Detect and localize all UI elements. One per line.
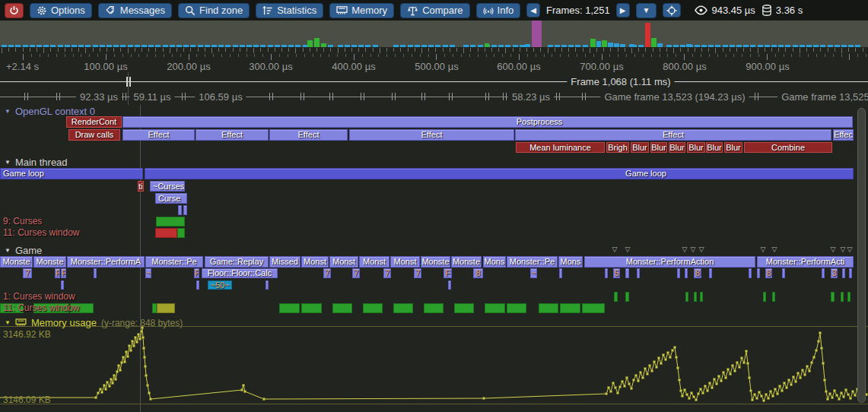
zone-bar[interactable]: Monst: [390, 256, 420, 268]
zone-bar[interactable]: Effect: [349, 129, 514, 141]
frame-time-bar[interactable]: [268, 45, 273, 47]
lock-bar[interactable]: [155, 228, 177, 238]
zone-bar[interactable]: [605, 268, 608, 278]
zone-bar[interactable]: [448, 280, 451, 290]
frame-time-bar[interactable]: [198, 45, 203, 47]
frame-time-bar[interactable]: [155, 45, 161, 47]
frame-time-bar[interactable]: [828, 45, 833, 47]
frame-time-bar[interactable]: [561, 45, 567, 47]
zone-bar[interactable]: Blur: [669, 142, 685, 153]
lock-bar[interactable]: [841, 292, 844, 302]
vertical-scrollbar-thumb[interactable]: [857, 108, 866, 403]
zone-bar[interactable]: ~Curses: [150, 181, 185, 192]
lock-bar[interactable]: [507, 303, 526, 313]
frame-time-bar[interactable]: [225, 45, 231, 47]
zone-bar[interactable]: Brigh: [606, 142, 629, 153]
zone-bar[interactable]: [265, 280, 269, 290]
zone-bar[interactable]: [849, 268, 852, 278]
frame-time-bar[interactable]: [50, 45, 56, 47]
frame-time-bar[interactable]: [183, 45, 189, 47]
zone-bar[interactable]: Game loop: [0, 168, 143, 179]
zone-bar[interactable]: Monster::Pe: [145, 256, 203, 268]
lock-bar[interactable]: [582, 303, 605, 313]
frame-time-bar[interactable]: [428, 45, 434, 47]
message-marker-icon[interactable]: ▽: [761, 246, 766, 253]
message-marker-icon[interactable]: ▽: [625, 246, 631, 253]
frame-time-bar[interactable]: [793, 45, 798, 47]
frame-time-bar[interactable]: [513, 45, 518, 47]
lock-bar[interactable]: [539, 303, 558, 313]
frame-time-bar[interactable]: [750, 45, 755, 47]
frame-time-bar[interactable]: [602, 40, 607, 47]
section-header-main-thread[interactable]: ▼ Main thread: [5, 157, 68, 168]
zone-bar[interactable]: [757, 268, 760, 278]
zone-bar[interactable]: [625, 268, 629, 278]
frame-time-bar[interactable]: [260, 45, 265, 47]
zone-bar[interactable]: Effect: [269, 129, 348, 141]
frame-time-bar[interactable]: [505, 45, 510, 47]
frame-time-bar[interactable]: [37, 45, 42, 47]
frame-time-bar[interactable]: [614, 43, 619, 47]
frame-time-bar[interactable]: [8, 45, 14, 47]
lock-bar[interactable]: [560, 303, 580, 313]
message-marker-icon[interactable]: ▽: [691, 246, 696, 253]
power-button[interactable]: [5, 3, 24, 18]
zone-bar[interactable]: Monst: [359, 256, 389, 268]
prev-frame-button[interactable]: ◀: [526, 3, 540, 17]
zone-bar[interactable]: [677, 268, 680, 278]
zone-bar[interactable]: Mean luminance: [516, 142, 605, 153]
zone-bar[interactable]: Monster::PerformA: [67, 256, 145, 268]
frame-time-bar[interactable]: [400, 45, 405, 47]
section-header-memory[interactable]: ▼ Memory usage (y-range: 848 bytes): [5, 317, 183, 328]
zone-bar[interactable]: [183, 205, 187, 215]
frame-time-bar[interactable]: [281, 45, 287, 47]
frame-time-bar[interactable]: [141, 45, 147, 47]
frame-time-bar[interactable]: [841, 45, 847, 47]
lock-bar[interactable]: [485, 303, 505, 313]
frame-time-bar[interactable]: [351, 45, 357, 47]
lock-bar[interactable]: [763, 292, 766, 302]
zone-bar[interactable]: RenderCont: [66, 116, 122, 128]
frame-time-bar[interactable]: [820, 45, 825, 47]
frame-time-bar[interactable]: [65, 45, 70, 47]
frame-time-bar[interactable]: [443, 45, 448, 47]
frame-time-bar[interactable]: [520, 45, 525, 47]
frame-time-bar[interactable]: [345, 45, 350, 47]
message-marker-icon[interactable]: ▽: [847, 246, 853, 253]
zone-bar[interactable]: 8: [765, 268, 772, 278]
message-marker-icon[interactable]: ▽: [841, 246, 846, 253]
frame-time-bar[interactable]: [321, 43, 326, 47]
frame-time-bar[interactable]: [275, 45, 280, 47]
frame-time-bar[interactable]: [211, 45, 217, 47]
frame-time-bar[interactable]: [701, 45, 707, 47]
frame-time-bar[interactable]: [708, 45, 714, 47]
zone-bar[interactable]: ~50~: [208, 280, 232, 290]
frame-time-bar[interactable]: [666, 45, 672, 47]
lock-bar[interactable]: [332, 303, 352, 313]
frame-time-bar[interactable]: [638, 45, 644, 47]
lock-bar[interactable]: [424, 303, 444, 313]
frame-time-bar[interactable]: [240, 45, 245, 47]
lock-bar[interactable]: [156, 217, 185, 227]
lock-bar[interactable]: [685, 292, 688, 302]
frame-time-bar[interactable]: [135, 45, 140, 47]
game-frame-label[interactable]: 106.59 µs: [195, 91, 246, 103]
zone-bar[interactable]: Effect: [122, 129, 195, 141]
game-frame-label[interactable]: Game frame 13,523 (194.23 µs): [600, 91, 749, 103]
frame-time-bar[interactable]: [813, 45, 819, 47]
frame-time-bar[interactable]: [295, 45, 300, 47]
zone-bar[interactable]: [637, 268, 640, 278]
frame-time-bar[interactable]: [421, 45, 427, 47]
statistics-button[interactable]: Statistics: [256, 3, 323, 18]
zone-bar[interactable]: Combine: [744, 142, 832, 153]
frame-time-bar[interactable]: [176, 45, 182, 47]
zone-bar[interactable]: 5: [613, 268, 620, 278]
frame-time-bar[interactable]: [620, 44, 625, 47]
zone-bar[interactable]: [61, 280, 64, 290]
zone-bar[interactable]: Mons: [483, 256, 506, 268]
zone-bar[interactable]: 7: [352, 268, 360, 278]
zone-bar[interactable]: [782, 268, 785, 278]
frame-time-bar[interactable]: [23, 45, 28, 47]
frame-time-bar[interactable]: [743, 45, 749, 47]
find-zone-button[interactable]: Find zone: [178, 3, 250, 18]
